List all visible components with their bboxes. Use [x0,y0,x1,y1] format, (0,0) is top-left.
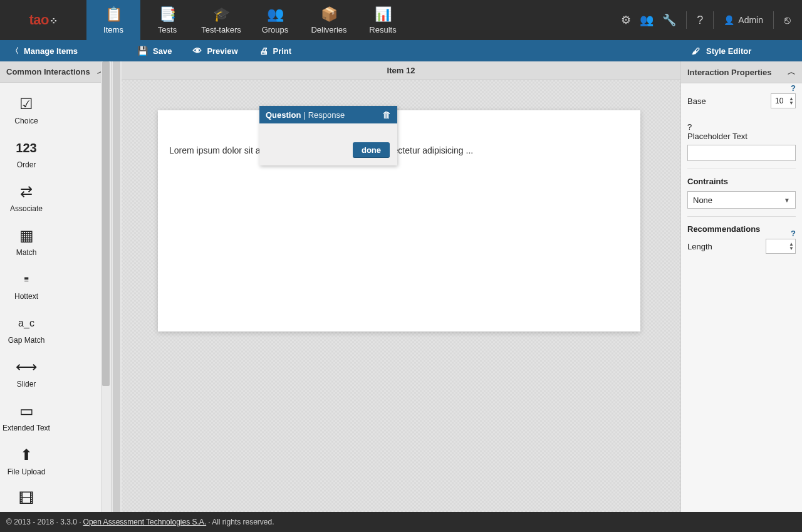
footer-copyright: © 2013 - 2018 · 3.3.0 · [6,518,81,526]
brush-icon: 🖌 [692,46,700,56]
chevron-left-icon: 〈 [11,46,19,56]
palette-media[interactable]: 🎞Media [1,484,51,512]
palette-gapmatch[interactable]: a_cGap Match [1,308,51,352]
palette-match[interactable]: ▦Match [1,221,51,264]
settings-icon[interactable]: ⚙ [621,13,631,27]
right-panel: Interaction Properties ︿ ? Base 10 ▲▼ ? … [680,61,802,512]
palette-label: Match [16,248,37,257]
divider [773,11,774,29]
palette-choice[interactable]: ☑Choice [1,89,51,133]
recommendations-label: Recommendations [687,224,796,234]
groups-icon: 👥 [267,6,284,23]
nav-label: Test-takers [201,25,241,34]
nav-label: Tests [158,25,177,34]
length-label: Length [687,242,712,251]
common-interactions-label: Common Interactions [6,67,90,76]
base-label: Base [687,96,706,106]
style-editor-label: Style Editor [706,46,751,56]
results-icon: 📊 [375,6,392,23]
tests-icon: 📑 [159,6,176,23]
placeholder-label: Placeholder Text [687,132,796,141]
logo[interactable]: tao⁘ [0,0,86,40]
wrench-icon[interactable]: 🔧 [662,13,676,27]
length-input[interactable]: ▲▼ [766,239,796,254]
admin-menu[interactable]: 👤 Admin [724,15,763,25]
palette-associate[interactable]: ⇄Associate [1,177,51,221]
nav-items-items[interactable]: 📋 Items [86,0,140,40]
user-label: Admin [738,15,763,25]
palette-label: Slider [17,380,36,389]
nav-label: Groups [262,25,289,34]
palette-label: Order [17,160,36,169]
nav-items-tests[interactable]: 📑 Tests [140,0,194,40]
divider [686,11,687,29]
nav-label: Results [369,25,396,34]
placeholder-input[interactable] [687,145,796,161]
item-paper[interactable] [158,110,640,331]
trash-icon[interactable]: 🗑 [382,110,391,120]
preview-icon: 👁 [193,46,202,56]
back-manage-items[interactable]: 〈 Manage Items [0,46,122,56]
nav-items-testtakers[interactable]: 🎓 Test-takers [194,0,248,40]
left-panel: Common Interactions ︿ ☑Choice 123Order ⇄… [0,61,112,512]
scrollbar[interactable] [101,61,111,512]
constraints-select[interactable]: None ▼ [687,191,796,209]
print-button[interactable]: 🖨 Print [259,46,292,56]
palette-label: File Upload [8,467,46,476]
deliveries-icon: 📦 [321,6,338,23]
save-icon: 💾 [137,46,148,56]
preview-label: Preview [207,46,237,56]
match-icon: ▦ [19,227,34,244]
palette-order[interactable]: 123Order [1,133,51,177]
help-icon[interactable]: ? [791,229,796,238]
choice-icon: ☑ [19,95,33,113]
preview-button[interactable]: 👁 Preview [193,46,237,56]
palette-label: Associate [10,204,43,213]
extendedtext-icon: ▭ [19,402,34,420]
done-button[interactable]: done [353,142,390,158]
tab-response[interactable]: Response [308,110,345,120]
spinner-icon[interactable]: ▲▼ [789,96,794,105]
help-icon[interactable]: ? [687,122,692,132]
palette-fileupload[interactable]: ⬆File Upload [1,440,51,484]
testtakers-icon: 🎓 [213,6,230,23]
action-bar: 〈 Manage Items 💾 Save 👁 Preview 🖨 Print … [0,40,802,61]
footer-link[interactable]: Open Assessment Technologies S.A. [83,518,207,526]
interaction-properties-header[interactable]: Interaction Properties ︿ [681,61,802,83]
palette-hottext[interactable]: ≣Hottext [1,264,51,308]
nav-items-groups[interactable]: 👥 Groups [248,0,302,40]
palette-slider[interactable]: ⟷Slider [1,352,51,396]
help-icon[interactable]: ? [791,83,796,93]
palette-label: Extended Text [3,424,50,432]
base-value: 10 [775,96,783,105]
scroll-gutter[interactable] [112,61,122,512]
print-icon: 🖨 [259,46,268,56]
top-tools: ⚙ 👥 🔧 ? 👤 Admin ⎋ [621,0,802,40]
media-icon: 🎞 [19,490,34,508]
style-editor-button[interactable]: 🖌 Style Editor [680,46,802,56]
spinner-icon[interactable]: ▲▼ [789,242,794,251]
users-icon[interactable]: 👥 [640,13,654,27]
canvas-title: Item 12 [122,61,680,80]
constraints-label: Contraints [687,177,796,186]
save-button[interactable]: 💾 Save [137,46,172,56]
tab-question[interactable]: Question [266,110,301,120]
palette-extendedtext[interactable]: ▭Extended Text [1,396,51,440]
common-palette: ☑Choice 123Order ⇄Associate ▦Match ≣Hott… [0,83,100,512]
common-interactions-header[interactable]: Common Interactions ︿ [0,61,111,83]
fileupload-icon: ⬆ [20,446,33,464]
logout-icon[interactable]: ⎋ [784,14,791,27]
print-label: Print [273,46,292,56]
items-icon: 📋 [105,6,122,23]
help-icon[interactable]: ? [697,14,703,27]
nav-items-deliveries[interactable]: 📦 Deliveries [302,0,356,40]
chevron-down-icon: ▼ [784,197,790,204]
constraints-value: None [693,196,712,205]
base-input[interactable]: 10 ▲▼ [771,93,796,108]
hottext-icon: ≣ [24,271,29,288]
palette-label: Hottext [14,292,38,301]
interaction-properties-label: Interaction Properties [687,68,771,77]
gapmatch-icon: a_c [18,315,34,332]
nav-items-results[interactable]: 📊 Results [356,0,410,40]
popup-header: Question | Response 🗑 [259,106,397,123]
